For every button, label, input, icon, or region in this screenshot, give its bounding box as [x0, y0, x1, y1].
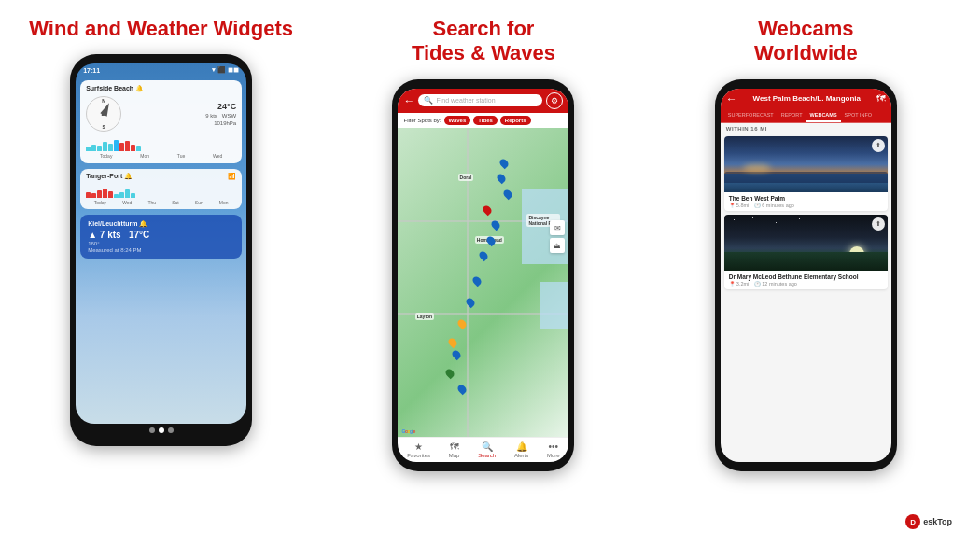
tab-webcams[interactable]: WEBCAMS [806, 109, 841, 122]
phone3-screen: ← West Palm Beach/L. Mangonia 🗺 SUPERFOR… [721, 89, 891, 462]
map-view[interactable]: Doral Homestead BiscayneNational Park La… [398, 128, 568, 437]
cam-name-2: Dr Mary McLeod Bethune Elementary School [729, 273, 883, 280]
map-pin-3 [502, 189, 514, 201]
cam-image-2: ⬆ [724, 215, 888, 271]
dot-3 [168, 427, 174, 433]
tab-favorites[interactable]: ★ Favorites [407, 441, 430, 458]
cam-distance-2: 📍 3.2mi [729, 281, 749, 287]
phone2-screen: ← 🔍 Find weather station ⚙ Filter Spots … [398, 89, 568, 462]
search-box-2[interactable]: 🔍 Find weather station [418, 94, 542, 106]
map-btn-layers[interactable]: ⛰ [550, 238, 565, 253]
map-pin-12 [451, 349, 463, 361]
temp-info-1: 24°C 9 kts WSW 1019hPa [205, 102, 236, 126]
map-pin-4 [482, 203, 494, 216]
horizon-boats [724, 172, 888, 183]
map-icon: 🗺 [450, 441, 459, 452]
status-bar-1: 17:11 ▾ ⬛ ◼◼ [76, 63, 246, 77]
share-button-2[interactable]: ⬆ [872, 217, 885, 231]
phone-3: ← West Palm Beach/L. Mangonia 🗺 SUPERFOR… [715, 79, 897, 471]
map-pin-1 [498, 158, 511, 170]
ground [724, 252, 888, 271]
watermark: D eskTop [900, 511, 958, 532]
filter-bar: Filter Spots by: Waves Tides Reports [398, 113, 568, 128]
cam-time-1: 🕐 6 minutes ago [754, 203, 794, 208]
map-pin-7 [478, 250, 490, 262]
panel-tides-waves: Search forTides & Waves ← 🔍 Find weather… [322, 0, 644, 560]
alerts-label: Alerts [514, 453, 528, 458]
filter-reports[interactable]: Reports [500, 116, 531, 125]
page-dots [76, 424, 246, 437]
tabs-bar-3: SUPERFORECAST REPORT WEBCAMS SPOT INFO [721, 109, 891, 123]
dot-2 [159, 427, 164, 433]
search-label: Search [478, 453, 496, 458]
tab-more[interactable]: ••• More [547, 441, 560, 458]
filter-waves[interactable]: Waves [444, 116, 471, 125]
search-icon: 🔍 [424, 96, 433, 105]
map-btn-email[interactable]: ✉ [550, 220, 565, 235]
panel1-title: Wind and Weather Widgets [29, 17, 293, 41]
dot-1 [149, 427, 155, 433]
widget3-direction: 160° [88, 241, 234, 246]
google-logo: Google [401, 428, 414, 434]
clock-icon-2: 🕐 [754, 281, 761, 287]
map-icon-3[interactable]: 🗺 [876, 93, 886, 104]
cam-meta-2: 📍 3.2mi 🕐 12 minutes ago [729, 281, 883, 287]
favorites-label: Favorites [407, 453, 430, 458]
panel3-title: WebcamsWorldwide [754, 17, 858, 66]
alerts-icon: 🔔 [516, 441, 527, 452]
topbar-3: ← West Palm Beach/L. Mangonia 🗺 [721, 89, 891, 109]
tab-report[interactable]: REPORT [778, 109, 806, 122]
map-controls: ✉ ⛰ [550, 220, 565, 253]
map-pin-11 [447, 336, 459, 348]
compass-widget1: N S E W [86, 96, 121, 132]
widget-kiel: Kiel/Leuchtturm 🔔 ▲ 7 kts 17°C 160° Meas… [80, 215, 242, 259]
bottom-nav-2: ★ Favorites 🗺 Map 🔍 Search 🔔 Alerts [398, 437, 568, 462]
filter-tides[interactable]: Tides [473, 116, 498, 125]
webcam-item-2: ⬆ Dr Mary McLeod Bethune Elementary Scho… [724, 215, 888, 289]
favorites-icon: ★ [414, 441, 423, 452]
phone-1: 17:11 ▾ ⬛ ◼◼ Surfside Beach 🔔 N S E W [70, 54, 252, 446]
search-tab-icon: 🔍 [482, 441, 493, 452]
watermark-icon: D [905, 514, 920, 529]
tab-superforecast[interactable]: SUPERFORECAST [724, 109, 778, 122]
chart-widget2 [86, 183, 236, 198]
more-icon: ••• [549, 441, 559, 452]
chart-widget1 [86, 136, 236, 151]
panel2-title: Search forTides & Waves [412, 17, 555, 66]
widget3-measured: Measured at 8:24 PM [88, 247, 234, 253]
cam-name-1: The Ben West Palm [729, 195, 883, 202]
tab-map[interactable]: 🗺 Map [449, 441, 460, 458]
status-icons: ▾ ⬛ ◼◼ [212, 66, 239, 74]
panel-weather-widgets: Wind and Weather Widgets 17:11 ▾ ⬛ ◼◼ Su… [0, 0, 322, 560]
time-display: 17:11 [83, 67, 100, 74]
widget3-location: Kiel/Leuchtturm 🔔 [88, 220, 234, 228]
search-placeholder: Find weather station [436, 97, 495, 104]
share-button-1[interactable]: ⬆ [872, 139, 885, 152]
map-pin-13 [443, 368, 455, 380]
settings-button-2[interactable]: ⚙ [546, 92, 563, 109]
phone1-screen: 17:11 ▾ ⬛ ◼◼ Surfside Beach 🔔 N S E W [76, 63, 246, 424]
back-button-3[interactable]: ← [726, 92, 737, 105]
cam-distance-1: 📍 5.8mi [729, 203, 749, 208]
tab-alerts[interactable]: 🔔 Alerts [514, 441, 528, 458]
pressure-1: 1019hPa [214, 120, 236, 126]
map-label-doral: Doral [458, 174, 474, 181]
cam-image-1: ⬆ [724, 136, 888, 192]
within-label: WITHIN 16 MI [721, 123, 891, 134]
wind-info-1: 9 kts WSW [205, 113, 236, 119]
phone-2: ← 🔍 Find weather station ⚙ Filter Spots … [392, 79, 574, 471]
clock-icon-1: 🕐 [754, 203, 761, 208]
location-title-3: West Palm Beach/L. Mangonia [741, 94, 873, 103]
forecast-row-1: Today Mon Tue Wed [86, 153, 236, 159]
main-container: Wind and Weather Widgets 17:11 ▾ ⬛ ◼◼ Su… [0, 0, 967, 560]
widget1-location: Surfside Beach 🔔 [86, 85, 236, 92]
map-pin-8 [471, 274, 484, 287]
webcam-item-1: ⬆ The Ben West Palm 📍 5.8mi 🕐 6 minutes … [724, 136, 888, 211]
tab-spot-info[interactable]: SPOT INFO [841, 109, 876, 122]
map-label: Map [449, 453, 460, 458]
widget2-location: Tanger-Port 🔔 📶 [86, 173, 236, 180]
map-label-layton: Layton [415, 313, 434, 320]
back-button-2[interactable]: ← [403, 94, 414, 107]
tab-search[interactable]: 🔍 Search [478, 441, 496, 458]
temp-value-1: 24°C [217, 102, 236, 111]
